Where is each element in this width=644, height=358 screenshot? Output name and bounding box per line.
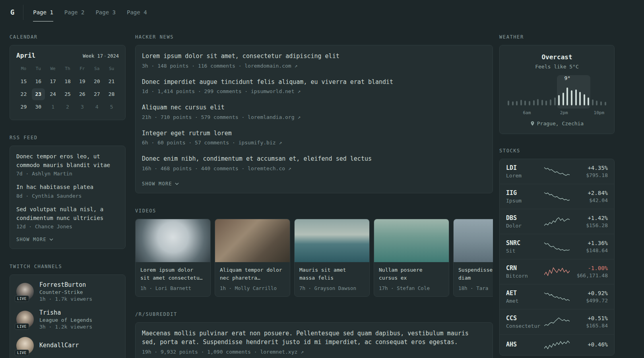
hn-item-title[interactable]: Donec imperdiet augue tincidunt felis al… bbox=[142, 78, 486, 87]
show-more-button[interactable]: SHOW MORE bbox=[16, 236, 53, 242]
twitch-channel[interactable]: LIVE KendallCarr bbox=[16, 337, 119, 354]
hn-item-link[interactable]: loremtech.co bbox=[248, 165, 285, 171]
stock-change: +0.51% bbox=[570, 315, 608, 321]
video-thumbnail[interactable] bbox=[454, 219, 493, 262]
video-title[interactable]: Mauris sit amet massa felis bbox=[299, 266, 365, 282]
weather-bar bbox=[512, 101, 514, 105]
video-card[interactable]: Lorem ipsum dolor sit amet consectetu… 1… bbox=[135, 219, 211, 297]
calendar-day: 28 bbox=[105, 88, 118, 100]
stock-sparkline bbox=[544, 216, 570, 227]
tab-page-3[interactable]: Page 3 bbox=[95, 0, 116, 25]
twitch-channel[interactable]: LIVE Trisha League of Legends 3h · 1.2k … bbox=[16, 309, 119, 330]
calendar-day: 18 bbox=[61, 76, 74, 88]
stocks-section-label: STOCKS bbox=[499, 148, 615, 154]
right-column: WEATHER Overcast Feels like 5°C 9° 6am 2… bbox=[499, 34, 615, 358]
twitch-channel[interactable]: LIVE ForrestBurton Counter-Strike 1h · 1… bbox=[16, 281, 119, 302]
twitch-name[interactable]: KendallCarr bbox=[39, 342, 79, 349]
weather-bar bbox=[516, 101, 518, 105]
video-title[interactable]: Lorem ipsum dolor sit amet consectetu… bbox=[140, 266, 206, 282]
stock-price: $66,171.48 bbox=[570, 272, 608, 278]
stock-symbol: AET bbox=[506, 290, 544, 297]
weather-feels-like: Feels like 5°C bbox=[506, 64, 608, 70]
subreddit-post-link[interactable]: loremnet.xyz bbox=[260, 349, 297, 355]
hn-item-title[interactable]: Integer eget rutrum lorem bbox=[142, 129, 486, 138]
weather-bar bbox=[550, 99, 551, 105]
stock-price: $795.18 bbox=[570, 172, 608, 178]
stock-price: $165.84 bbox=[570, 323, 608, 329]
stock-row[interactable]: CRN Bitcorn -1.00% $66,171.48 bbox=[500, 259, 614, 284]
tab-page-2[interactable]: Page 2 bbox=[64, 0, 85, 25]
tab-page-1[interactable]: Page 1 bbox=[33, 0, 53, 25]
stock-symbol: DBS bbox=[506, 214, 544, 222]
stock-row[interactable]: DBS Dolor +1.42% $156.28 bbox=[500, 209, 614, 234]
video-card[interactable]: Nullam posuere cursus ex 17h · Stefan Co… bbox=[374, 219, 449, 297]
video-thumbnail[interactable] bbox=[136, 219, 210, 262]
video-card[interactable]: Aliquam tempor dolor nec pharetra… 1h · … bbox=[215, 219, 290, 297]
stock-price: $499.72 bbox=[570, 298, 608, 304]
stock-change: -1.00% bbox=[570, 265, 608, 271]
stock-row[interactable]: AET Amet +0.92% $499.72 bbox=[500, 284, 614, 309]
calendar-grid-days: 1516171819202122232425262728293012345 bbox=[16, 75, 119, 113]
stock-symbol: SNRC bbox=[506, 239, 544, 247]
weather-bar bbox=[529, 101, 530, 105]
video-thumbnail[interactable] bbox=[295, 219, 369, 262]
hn-item-title[interactable]: Lorem ipsum dolor sit amet, consectetur … bbox=[142, 52, 486, 61]
weather-bar bbox=[575, 90, 577, 105]
video-title[interactable]: Suspendisse diam bbox=[458, 266, 493, 282]
video-card[interactable]: Suspendisse diam 18h · Tara bbox=[453, 219, 493, 297]
video-title[interactable]: Aliquam tempor dolor nec pharetra… bbox=[220, 266, 285, 282]
stock-name: Lorem bbox=[506, 173, 544, 179]
tab-page-4[interactable]: Page 4 bbox=[127, 0, 147, 25]
calendar-day: 1 bbox=[47, 101, 60, 113]
subreddit-post-meta: 19h · 9,932 points · 1,090 comments · lo… bbox=[142, 349, 486, 355]
subreddit-section: /R/SUBREDDIT Maecenas mollis pulvinar er… bbox=[135, 311, 493, 358]
show-more-button[interactable]: SHOW MORE bbox=[142, 180, 179, 187]
hackernews-section: HACKER NEWS Lorem ipsum dolor sit amet, … bbox=[135, 34, 493, 193]
hn-item-link[interactable]: loremlandia.org bbox=[248, 114, 294, 120]
video-thumbnail[interactable] bbox=[215, 219, 290, 262]
hn-item-link[interactable]: ipsumify.biz bbox=[239, 140, 276, 146]
external-link-icon: ↗ bbox=[297, 114, 301, 120]
stock-change: +1.42% bbox=[570, 215, 608, 221]
stock-symbol: IIG bbox=[506, 189, 544, 197]
weather-bar bbox=[520, 100, 522, 105]
stock-name: Sit bbox=[506, 248, 544, 254]
stock-id: LDI Lorem bbox=[506, 164, 544, 179]
rss-item-meta: 7d · Ashlyn Martin bbox=[16, 171, 119, 177]
stock-change: +0.92% bbox=[570, 290, 608, 296]
videos-row: Lorem ipsum dolor sit amet consectetu… 1… bbox=[135, 219, 493, 297]
weather-bar bbox=[533, 100, 535, 105]
rss-item-title[interactable]: Sed volutpat nulla nisl, a condimentum n… bbox=[16, 205, 119, 222]
hn-item-title[interactable]: Aliquam nec cursus elit bbox=[142, 103, 486, 112]
hn-item-link[interactable]: ipsumworld.net bbox=[251, 88, 295, 94]
twitch-game: League of Legends bbox=[39, 317, 92, 323]
video-title[interactable]: Nullam posuere cursus ex bbox=[379, 266, 444, 282]
stock-sparkline bbox=[544, 340, 570, 350]
rss-item-title[interactable]: In hac habitasse platea bbox=[16, 183, 119, 192]
twitch-section-label: TWITCH CHANNELS bbox=[10, 264, 126, 269]
stock-row[interactable]: SNRC Sit +1.36% $148.64 bbox=[500, 234, 614, 259]
stock-row[interactable]: AHS +0.46% bbox=[500, 334, 614, 355]
calendar-day: 24 bbox=[47, 88, 60, 100]
twitch-name[interactable]: Trisha bbox=[39, 309, 92, 316]
calendar-day: 25 bbox=[61, 88, 74, 100]
stock-row[interactable]: CCS Consectetur +0.51% $165.84 bbox=[500, 309, 614, 334]
hn-item: Aliquam nec cursus elit 21h · 710 points… bbox=[142, 103, 486, 120]
rss-item-title[interactable]: Donec tempor eros leo, ut commodo mauris… bbox=[16, 152, 119, 169]
video-card[interactable]: Mauris sit amet massa felis 7h · Grayson… bbox=[294, 219, 370, 297]
subreddit-post-title[interactable]: Maecenas mollis pulvinar erat non posuer… bbox=[142, 329, 486, 347]
live-badge: LIVE bbox=[15, 296, 29, 302]
stock-name: Ipsum bbox=[506, 198, 544, 204]
stock-row[interactable]: LDI Lorem +4.35% $795.18 bbox=[500, 159, 614, 184]
weather-section-label: WEATHER bbox=[499, 34, 615, 40]
video-thumbnail[interactable] bbox=[374, 219, 449, 262]
twitch-name[interactable]: ForrestBurton bbox=[39, 281, 92, 288]
stock-row[interactable]: IIG Ipsum +2.84% $42.04 bbox=[500, 184, 614, 209]
calendar-month: April bbox=[16, 52, 35, 59]
hn-item-link[interactable]: loremdomain.com bbox=[244, 63, 291, 69]
video-meta: 1h · Lori Barnett bbox=[140, 285, 206, 291]
external-link-icon: ↗ bbox=[279, 140, 282, 146]
hn-item-title[interactable]: Donec enim nibh, condimentum et accumsan… bbox=[142, 154, 486, 163]
calendar-day: 21 bbox=[105, 76, 118, 88]
twitch-section: TWITCH CHANNELS LIVE ForrestBurton Count… bbox=[10, 264, 126, 358]
